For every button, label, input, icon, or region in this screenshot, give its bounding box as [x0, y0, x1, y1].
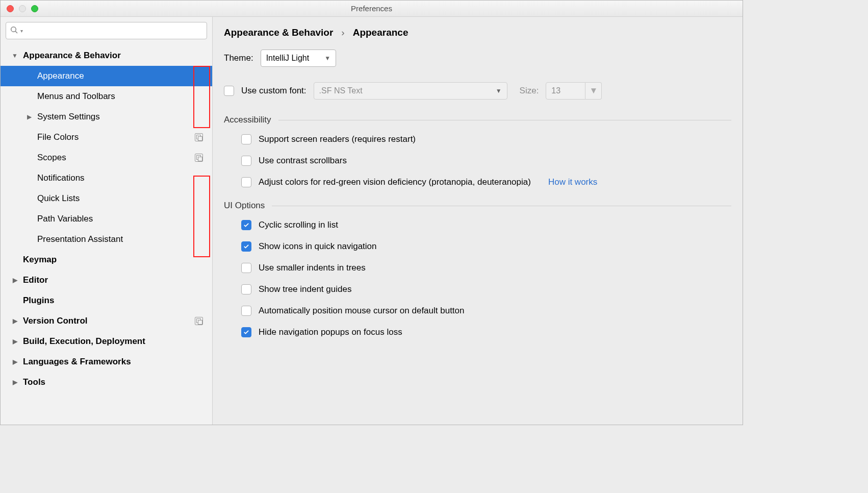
sidebar-item[interactable]: Appearance [1, 66, 212, 86]
search-box[interactable]: ▾ [6, 22, 207, 39]
sidebar-item[interactable]: ▶Editor [1, 270, 212, 290]
ui-option: Show icons in quick navigation [241, 241, 731, 252]
sidebar-item-label: Menus and Toolbars [37, 91, 115, 102]
chevron-down-icon[interactable]: ▼ [11, 52, 19, 60]
use-custom-font-label: Use custom font: [241, 86, 307, 96]
sidebar-item[interactable]: ▶System Settings [1, 107, 212, 127]
breadcrumb-separator-icon: › [341, 27, 344, 38]
sidebar-item[interactable]: ▶Keymap [1, 250, 212, 270]
option-label: Hide navigation popups on focus loss [259, 327, 402, 337]
search-history-dropdown-icon[interactable]: ▾ [20, 28, 23, 34]
option-label: Adjust colors for red-green vision defic… [259, 177, 531, 187]
ui-option: Hide navigation popups on focus loss [241, 327, 731, 337]
sidebar-item-label: System Settings [37, 112, 100, 122]
sidebar-item[interactable]: File Colors [1, 127, 212, 147]
sidebar-item[interactable]: ▶Tools [1, 372, 212, 392]
font-size-value: 13 [546, 82, 585, 100]
sidebar-item[interactable]: Quick Lists [1, 188, 212, 209]
sidebar-item[interactable]: ▶Version Control [1, 311, 212, 331]
sidebar-item-label: Version Control [23, 316, 88, 326]
window-body: ▾ ▼Appearance & BehaviorAppearanceMenus … [1, 17, 743, 425]
sidebar-item-label: Plugins [23, 295, 54, 306]
checkbox[interactable] [241, 306, 251, 316]
project-level-badge-icon [195, 317, 203, 325]
sidebar-item[interactable]: ▶Build, Execution, Deployment [1, 331, 212, 352]
breadcrumb-root: Appearance & Behavior [224, 27, 333, 38]
sidebar-item[interactable]: ▶Plugins [1, 290, 212, 311]
chevron-right-icon[interactable]: ▶ [11, 358, 19, 366]
project-level-badge-icon [195, 154, 203, 162]
sidebar-item[interactable]: ▶Languages & Frameworks [1, 352, 212, 372]
content-pane: Appearance & Behavior › Appearance Theme… [213, 17, 743, 425]
ui-options-title: UI Options [224, 201, 265, 211]
sidebar-item[interactable]: Presentation Assistant [1, 229, 212, 250]
window-title: Preferences [1, 4, 743, 13]
theme-row: Theme: IntelliJ Light ▼ [224, 50, 731, 67]
theme-select-value: IntelliJ Light [266, 54, 310, 63]
sidebar-item-label: Build, Execution, Deployment [23, 336, 145, 347]
checkbox[interactable] [241, 220, 251, 230]
chevron-down-icon: ▼ [496, 87, 502, 94]
ui-option: Use smaller indents in trees [241, 263, 731, 273]
chevron-right-icon[interactable]: ▶ [11, 378, 19, 386]
option-label: Show tree indent guides [259, 284, 351, 294]
sidebar-item-label: Path Variables [37, 214, 93, 224]
chevron-right-icon[interactable]: ▶ [11, 337, 19, 346]
preferences-window: Preferences ▾ ▼Appearance & BehaviorAppe… [0, 0, 743, 425]
font-size-label: Size: [520, 86, 539, 96]
breadcrumb-leaf: Appearance [353, 27, 409, 38]
checkbox[interactable] [241, 177, 251, 187]
option-label: Use contrast scrollbars [259, 156, 347, 166]
ui-options-section: UI Options Cyclic scrolling in listShow … [224, 201, 731, 337]
sidebar-item[interactable]: ▼Appearance & Behavior [1, 45, 212, 66]
sidebar-item-label: Scopes [37, 153, 66, 163]
sidebar-item[interactable]: Scopes [1, 147, 212, 168]
section-divider [278, 120, 731, 120]
sidebar-item[interactable]: Menus and Toolbars [1, 86, 212, 107]
sidebar-item-label: Editor [23, 275, 48, 285]
font-size-stepper[interactable]: 13 ▼ [546, 82, 602, 100]
option-label: Automatically position mouse cursor on d… [259, 306, 465, 316]
sidebar-item-label: Appearance & Behavior [23, 51, 121, 61]
chevron-down-icon: ▼ [585, 82, 602, 100]
section-divider [272, 206, 731, 206]
sidebar-tree: ▼Appearance & BehaviorAppearanceMenus an… [1, 43, 212, 425]
use-custom-font-checkbox[interactable] [224, 86, 234, 96]
accessibility-section: Accessibility Support screen readers (re… [224, 115, 731, 187]
accessibility-option: Support screen readers (requires restart… [241, 134, 731, 144]
search-input[interactable] [25, 27, 202, 35]
checkbox[interactable] [241, 263, 251, 273]
sidebar-item-label: Presentation Assistant [37, 234, 123, 244]
checkbox[interactable] [241, 284, 251, 294]
option-label: Support screen readers (requires restart… [259, 134, 416, 144]
theme-select[interactable]: IntelliJ Light ▼ [261, 50, 336, 67]
chevron-right-icon[interactable]: ▶ [25, 113, 33, 121]
breadcrumb: Appearance & Behavior › Appearance [224, 27, 731, 38]
search-wrap: ▾ [1, 17, 212, 43]
option-label: Cyclic scrolling in list [259, 220, 338, 230]
sidebar: ▾ ▼Appearance & BehaviorAppearanceMenus … [1, 17, 213, 425]
sidebar-item-label: Notifications [37, 173, 85, 183]
chevron-right-icon[interactable]: ▶ [11, 317, 19, 325]
chevron-right-icon[interactable]: ▶ [11, 276, 19, 284]
titlebar: Preferences [1, 1, 743, 17]
sidebar-item[interactable]: Path Variables [1, 209, 212, 229]
search-icon [10, 26, 18, 36]
sidebar-item-label: Appearance [37, 71, 84, 81]
checkbox[interactable] [241, 327, 251, 337]
sidebar-item-label: Languages & Frameworks [23, 357, 131, 367]
font-select[interactable]: .SF NS Text ▼ [314, 82, 507, 100]
project-level-badge-icon [195, 133, 203, 141]
accessibility-option: Use contrast scrollbars [241, 156, 731, 166]
checkbox[interactable] [241, 156, 251, 166]
checkbox[interactable] [241, 134, 251, 144]
custom-font-row: Use custom font: .SF NS Text ▼ Size: 13 … [224, 82, 731, 100]
option-label: Show icons in quick navigation [259, 241, 377, 252]
ui-option: Show tree indent guides [241, 284, 731, 294]
sidebar-item[interactable]: Notifications [1, 168, 212, 188]
sidebar-item-label: Keymap [23, 255, 57, 265]
theme-label: Theme: [224, 53, 253, 63]
how-it-works-link[interactable]: How it works [548, 177, 597, 187]
accessibility-option: Adjust colors for red-green vision defic… [241, 177, 731, 187]
checkbox[interactable] [241, 241, 251, 252]
